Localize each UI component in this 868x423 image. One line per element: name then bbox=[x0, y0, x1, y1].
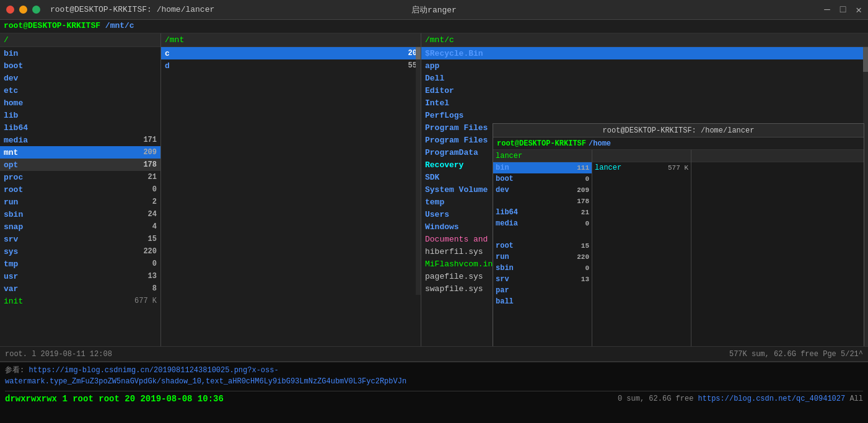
window-title: root@DESKTOP-KRKITSF: /home/lancer bbox=[50, 5, 214, 14]
list-item[interactable]: app bbox=[421, 59, 868, 72]
overlay-right-content bbox=[691, 162, 864, 167]
left-panel: / bin boot dev etc home lib lib64 media1… bbox=[0, 33, 161, 346]
list-item[interactable]: snap4 bbox=[0, 220, 160, 233]
overlay-right-header bbox=[691, 150, 864, 162]
list-item[interactable]: ball bbox=[493, 296, 592, 307]
list-item[interactable]: 178 bbox=[493, 196, 592, 207]
overlay-terminal[interactable]: root@DESKTOP-KRKITSF: /home/lancer root@… bbox=[493, 123, 864, 346]
list-item[interactable]: bin bbox=[0, 47, 160, 59]
bottom-status-left: drwxrwxrwx 1 root root 20 2019-08-08 10:… bbox=[5, 394, 224, 404]
left-panel-header: / bbox=[0, 33, 160, 47]
left-panel-path: / bbox=[4, 35, 9, 45]
mid-panel: /mnt c 20 d 55 bbox=[161, 33, 421, 346]
win-minimize-icon[interactable]: — bbox=[824, 4, 830, 15]
list-item[interactable]: run220 bbox=[493, 251, 592, 263]
list-item[interactable]: sbin24 bbox=[0, 208, 160, 220]
panels: / bin boot dev etc home lib lib64 media1… bbox=[0, 33, 868, 346]
list-item[interactable]: usr13 bbox=[0, 270, 160, 282]
list-item-mnt[interactable]: mnt209 bbox=[0, 146, 160, 159]
csdn-link[interactable]: https://blog.csdn.net/qc_40941027 bbox=[698, 395, 846, 403]
list-item[interactable]: $Recycle.Bin bbox=[421, 47, 868, 59]
prompt-line: root@DESKTOP-KRKITSF /mnt/c bbox=[0, 20, 868, 33]
status-mid: 577K sum, 62.6G free Pge 5/21^ bbox=[729, 350, 863, 359]
overlay-left-list: bin111 boot0 dev209 178 lib6421 media0 r… bbox=[493, 162, 592, 307]
list-item[interactable]: opt178 bbox=[0, 159, 160, 171]
list-item-init[interactable]: init677 K bbox=[0, 295, 160, 307]
bottom-status-row: drwxrwxrwx 1 root root 20 2019-08-08 10:… bbox=[5, 391, 863, 404]
list-item-d[interactable]: d 55 bbox=[161, 59, 421, 72]
list-item[interactable]: home bbox=[0, 97, 160, 109]
overlay-titlebar: root@DESKTOP-KRKITSF: /home/lancer bbox=[493, 124, 864, 137]
overlay-prompt-user: root@DESKTOP-KRKITSF bbox=[497, 139, 586, 148]
win-close-icon[interactable]: ✕ bbox=[856, 4, 862, 16]
title-bar-left: root@DESKTOP-KRKITSF: /home/lancer bbox=[6, 5, 214, 14]
prompt-user: root@DESKTOP-KRKITSF bbox=[4, 21, 100, 30]
bottom-prompt: 参看: https://img-blog.csdnimg.cn/20190811… bbox=[5, 365, 863, 387]
overlay-mid-panel: lancer577 K bbox=[592, 150, 691, 346]
title-center: 启动ranger bbox=[411, 4, 457, 15]
list-item[interactable]: sbin0 bbox=[493, 263, 592, 274]
minimize-button[interactable] bbox=[19, 6, 27, 14]
list-item[interactable]: par bbox=[493, 285, 592, 296]
list-item[interactable]: srv15 bbox=[0, 233, 160, 245]
list-item[interactable]: lib64 bbox=[0, 121, 160, 134]
bottom-line2: watermark.type_ZmFuZ3poZW5naGVpdGk/shado… bbox=[5, 376, 863, 387]
bottom-status-right: 0 sum, 62.6G free https://blog.csdn.net/… bbox=[618, 395, 863, 403]
list-item[interactable]: sys220 bbox=[0, 245, 160, 258]
list-item[interactable]: root0 bbox=[0, 183, 160, 196]
overlay-mid-list: lancer577 K bbox=[592, 162, 691, 173]
list-item[interactable] bbox=[493, 229, 592, 240]
list-item[interactable]: lib6421 bbox=[493, 207, 592, 218]
list-item[interactable]: boot bbox=[0, 59, 160, 72]
overlay-right-panel bbox=[691, 150, 864, 346]
list-item[interactable]: media171 bbox=[0, 134, 160, 146]
close-button[interactable] bbox=[6, 6, 14, 14]
prompt-path: /mnt/c bbox=[105, 21, 134, 30]
list-item[interactable]: media0 bbox=[493, 218, 592, 229]
list-item[interactable]: Intel bbox=[421, 97, 868, 109]
list-item[interactable]: bin111 bbox=[493, 162, 592, 173]
main-area: root@DESKTOP-KRKITSF /mnt/c / bin boot d… bbox=[0, 20, 868, 423]
list-item[interactable]: Dell bbox=[421, 72, 868, 84]
list-item[interactable]: tmp0 bbox=[0, 258, 160, 270]
bottom-link[interactable]: https://img-blog.csdnimg.cn/201908112438… bbox=[28, 366, 278, 375]
left-file-list: bin boot dev etc home lib lib64 media171… bbox=[0, 47, 160, 307]
bottom-section: 参看: https://img-blog.csdnimg.cn/20190811… bbox=[0, 361, 868, 423]
list-item[interactable]: PerfLogs bbox=[421, 109, 868, 121]
overlay-panels: lancer bin111 boot0 dev209 178 lib6421 m… bbox=[493, 150, 864, 346]
scrollbar-thumb[interactable] bbox=[863, 47, 868, 72]
window-controls: — □ ✕ bbox=[824, 4, 862, 16]
overlay-prompt: root@DESKTOP-KRKITSF /home bbox=[493, 137, 864, 150]
list-item[interactable]: run2 bbox=[0, 196, 160, 208]
overlay-left-header: lancer bbox=[493, 150, 592, 162]
win-restore-icon[interactable]: □ bbox=[840, 4, 846, 15]
list-item[interactable]: var8 bbox=[0, 282, 160, 295]
status-bar: root. l 2019-08-11 12:08 577K sum, 62.6G… bbox=[0, 346, 868, 361]
overlay-prompt-path: /home bbox=[589, 139, 611, 148]
list-item[interactable]: boot0 bbox=[493, 173, 592, 185]
mid-panel-path: /mnt bbox=[165, 35, 184, 45]
status-left: root. l 2019-08-11 12:08 bbox=[5, 350, 112, 359]
maximize-button[interactable] bbox=[32, 6, 40, 14]
mid-file-list: c 20 d 55 bbox=[161, 47, 421, 72]
list-item[interactable]: lancer577 K bbox=[592, 162, 691, 173]
right-panel-path: /mnt/c bbox=[425, 35, 454, 45]
mid-panel-header: /mnt bbox=[161, 33, 421, 47]
bottom-link2: watermark.type_ZmFuZ3poZW5naGVpdGk/shado… bbox=[5, 377, 406, 386]
bottom-line1: 参看: https://img-blog.csdnimg.cn/20190811… bbox=[5, 365, 863, 376]
title-bar: root@DESKTOP-KRKITSF: /home/lancer 启动ran… bbox=[0, 0, 868, 20]
list-item[interactable]: Editor bbox=[421, 84, 868, 97]
overlay-left-panel: lancer bin111 boot0 dev209 178 lib6421 m… bbox=[493, 150, 592, 346]
list-item[interactable]: dev bbox=[0, 72, 160, 84]
list-item-c[interactable]: c 20 bbox=[161, 47, 421, 59]
overlay-title: root@DESKTOP-KRKITSF: /home/lancer bbox=[603, 126, 755, 135]
list-item[interactable]: lib bbox=[0, 109, 160, 121]
list-item[interactable]: proc21 bbox=[0, 171, 160, 183]
overlay-mid-header bbox=[592, 150, 691, 162]
list-item[interactable]: dev209 bbox=[493, 185, 592, 196]
list-item[interactable]: srv13 bbox=[493, 274, 592, 285]
right-panel-header: /mnt/c bbox=[421, 33, 868, 47]
list-item[interactable]: root15 bbox=[493, 240, 592, 251]
list-item[interactable]: etc bbox=[0, 84, 160, 97]
